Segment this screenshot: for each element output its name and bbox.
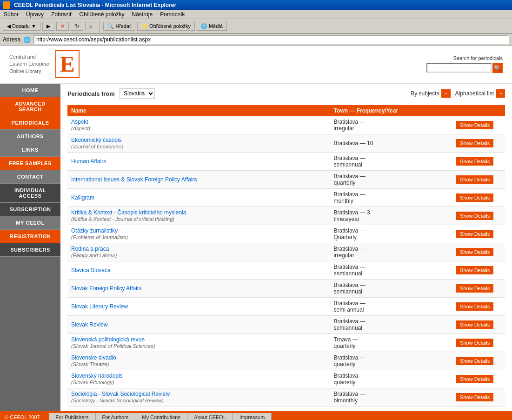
search-toolbar-button[interactable]: 🔍 Hľadať [103,22,135,31]
logo-text: Central and Eastern European Online Libr… [9,53,51,75]
show-details-button[interactable]: Show Details [456,339,493,347]
sidebar-item-home[interactable]: HOME [0,84,60,97]
home-icon: ⌂ [89,23,93,29]
sidebar-item-links[interactable]: LINKS [0,143,60,157]
footer-about-ceeol[interactable]: About CEEOL [187,413,233,420]
journal-name-link[interactable]: Slovenske divadlo [71,354,116,361]
journal-name-link[interactable]: Sociológia - Slovak Sociological Review [71,391,170,397]
by-subjects-arrow[interactable]: → [441,89,451,98]
table-header-row: Name Town — Frequency/Year [67,105,505,116]
show-details-button[interactable]: Show Details [456,284,493,293]
sidebar-item-subscription[interactable]: SUBSCRIPTION [0,203,60,216]
journal-name-link[interactable]: Rodina a práca [71,246,109,252]
menu-edit[interactable]: Úpravy [26,11,44,18]
sidebar-item-registration[interactable]: REGISTRATION [0,230,60,243]
journal-name-link[interactable]: Slovenský národopis [71,373,123,379]
country-select[interactable]: Slovakia [120,88,155,99]
town-freq-cell: Bratislava —monthly [330,189,452,207]
sidebar-item-free-samples[interactable]: FREE SAMPLES [0,157,60,170]
sidebar-item-my-ceeol[interactable]: MY CEEOL [0,216,60,230]
show-details-button[interactable]: Show Details [456,357,493,365]
back-button[interactable]: ◀ Dozadu ▼ [3,22,40,31]
show-details-button[interactable]: Show Details [456,302,493,311]
journal-name-link[interactable]: International Issues & Slovak Foreign Po… [71,176,197,183]
journal-name-link[interactable]: Slavica Slovaca [71,267,111,273]
town-freq-cell: Bratislava —irregular [330,116,452,134]
alphabetical-list-link[interactable]: Alphabetical list → [455,89,505,98]
sidebar-item-advanced-search[interactable]: ADVANCED SEARCH [0,97,60,116]
footer-for-authors[interactable]: For Authors [96,413,136,420]
journal-name-link[interactable]: Human Affairs [71,158,106,165]
table-row: Otázky žurnalistiky(Problems of Journali… [67,225,505,243]
journal-name-link[interactable]: Kalligram [71,194,94,201]
journal-name-link[interactable]: Slovenská politologická revue [71,336,145,343]
show-details-button[interactable]: Show Details [456,230,493,238]
journal-subtitle: (Slovak Theatre) [71,361,109,367]
sidebar-item-authors[interactable]: AUTHORS [0,130,60,143]
footer-my-contributions[interactable]: My Contributions [135,413,187,420]
table-row: Slovak Foreign Policy AffairsBratislava … [67,280,505,298]
journal-name-link[interactable]: Slovak Foreign Policy Affairs [71,285,142,292]
show-details-button[interactable]: Show Details [456,393,493,401]
action-cell: Show Details [452,207,505,225]
journal-name-link[interactable]: Slovak Review [71,321,108,328]
by-subjects-link[interactable]: By subjects → [411,89,450,98]
forward-button[interactable]: ▶ [42,22,54,31]
action-cell: Show Details [452,280,505,298]
action-cell: Show Details [452,352,505,370]
action-cell: Show Details [452,189,505,207]
show-details-button[interactable]: Show Details [456,320,493,329]
action-cell: Show Details [452,261,505,280]
journal-name-link[interactable]: Kritika & Kontext - Časopis kritického m… [71,209,186,216]
show-details-button[interactable]: Show Details [456,139,493,147]
show-details-button[interactable]: Show Details [456,175,493,184]
action-cell: Show Details [452,316,505,334]
show-details-button[interactable]: Show Details [456,266,493,274]
main-layout: HOME ADVANCED SEARCH PERIODICALS AUTHORS… [0,84,512,411]
stop-button[interactable]: ✕ [56,22,69,31]
media-toolbar-button[interactable]: 🌐 Médiá [197,22,227,31]
show-details-button[interactable]: Show Details [456,212,493,220]
show-details-button[interactable]: Show Details [456,375,493,383]
show-details-button[interactable]: Show Details [456,157,493,166]
favorites-toolbar-button[interactable]: ⭐ Obľúbené položky [137,22,195,31]
table-row: Rodina a práca(Family and Labour)Bratisl… [67,243,505,261]
journal-name-cell: Slovenske divadlo(Slovak Theatre) [67,352,330,370]
search-input[interactable] [426,63,492,73]
journal-name-cell: Slavica Slovaca [67,261,330,280]
journal-name-link[interactable]: Otázky žurnalistiky [71,227,118,234]
refresh-button[interactable]: ↻ [71,22,83,31]
home-button[interactable]: ⌂ [85,22,97,30]
sidebar-item-periodicals[interactable]: PERIODICALS [0,116,60,130]
show-details-button[interactable]: Show Details [456,248,493,256]
journal-name-link[interactable]: Aspekt [71,119,88,125]
menu-favorites[interactable]: Obľúbené položky [80,11,125,18]
journal-subtitle: (Journal of Economics) [71,144,124,149]
sidebar-item-contact[interactable]: CONTACT [0,170,60,184]
menu-tools[interactable]: Nástroje [132,11,153,18]
journal-subtitle: (Family and Labour) [71,253,117,258]
search-submit-button[interactable]: 🔍 [492,63,503,73]
menu-file[interactable]: Súbor [4,11,19,18]
menu-view[interactable]: Zobraziť [51,11,72,18]
journal-name-link[interactable]: Ekonomický časopis [71,137,122,143]
toolbar-separator [100,20,100,32]
footer-impressum[interactable]: Impressum [233,413,272,420]
main-content: Periodicals from Slovakia By subjects → … [60,84,512,411]
show-details-button[interactable]: Show Details [456,121,493,129]
journal-name-cell: Aspekt(Aspect) [67,116,330,134]
sidebar-item-subscribers[interactable]: SUBSCRIBERS [0,243,60,257]
sidebar-item-individual-access[interactable]: INDIVIDUAL ACCESS [0,184,60,203]
town-freq-cell: Bratislava —semiannual [330,280,452,298]
footer-for-publishers[interactable]: For Publishers [49,413,96,420]
address-input[interactable] [33,35,509,44]
star-icon: ⭐ [141,23,148,29]
alphabetical-arrow[interactable]: → [496,89,505,98]
journal-name-link[interactable]: Slovak Literary Review [71,303,128,310]
journal-subtitle: (Problems of Journalism) [71,234,128,240]
action-cell: Show Details [452,243,505,261]
show-details-button[interactable]: Show Details [456,193,493,202]
town-freq-cell: Bratislava —semiannual [330,261,452,280]
menu-help[interactable]: Pomocník [160,11,185,18]
town-freq-cell: Bratislava —semiannual [330,316,452,334]
